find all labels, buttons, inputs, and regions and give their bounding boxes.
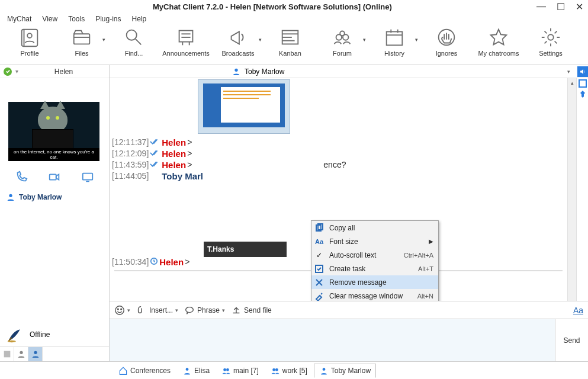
tool-label: My chatrooms	[478, 50, 519, 57]
message-row[interactable]: [12:12:09] Helen>	[112, 149, 565, 159]
tool-broadcasts[interactable]: ▾ Broadcasts	[212, 26, 264, 57]
emoji-button[interactable]: ▾	[114, 305, 130, 316]
star-icon	[487, 26, 510, 49]
bottom-tab-bar: Conferences Elisa main [7] work [5] Toby…	[0, 361, 588, 379]
video-icon[interactable]	[48, 171, 61, 185]
left-tab-2[interactable]	[14, 347, 28, 361]
chat-log: [12:11:37] Helen> [12:12:09] Helen> [11:…	[110, 78, 567, 301]
chat-header-dropdown[interactable]: ▾	[567, 69, 574, 75]
send-button[interactable]: Send	[555, 319, 588, 361]
svg-rect-32	[4, 351, 10, 357]
svg-point-46	[117, 309, 118, 310]
kanban-icon	[279, 26, 301, 49]
tool-settings[interactable]: Settings	[525, 26, 577, 57]
left-tab-1[interactable]	[0, 347, 14, 361]
ctx-label: Remove message	[329, 278, 433, 287]
minimize-button[interactable]: ―	[536, 1, 546, 12]
compose-toolbar: ▾ Insert...▾ Phrase▾ Send file Aa	[110, 301, 588, 319]
message-row[interactable]: [11:44:05] Toby Marl	[112, 171, 565, 181]
scrollbar[interactable]: ▴	[567, 78, 576, 301]
read-tick-icon	[150, 160, 160, 168]
contact-name: Toby Marlow	[19, 193, 62, 201]
menu-plugins[interactable]: Plug-ins	[92, 14, 124, 24]
call-icon[interactable]	[15, 171, 28, 185]
ctx-shortcut: Alt+T	[418, 265, 433, 272]
rail-pin-icon[interactable]	[577, 90, 588, 98]
tool-files[interactable]: ▾ Files	[56, 26, 108, 57]
screen-icon[interactable]	[81, 171, 94, 185]
message-row[interactable]: [12:11:37] Helen>	[112, 137, 565, 147]
phrase-button[interactable]: Phrase▾	[184, 305, 225, 316]
svg-rect-44	[579, 80, 586, 87]
message-input[interactable]	[110, 319, 555, 361]
avatar-image[interactable]: on the Internet, no one knows you're a c…	[8, 102, 99, 161]
ctx-label: Create task	[329, 265, 413, 273]
insert-button[interactable]: Insert...▾	[136, 305, 178, 316]
tool-history[interactable]: ▾ History	[368, 26, 420, 57]
svg-point-18	[340, 31, 345, 36]
tool-label: Broadcasts	[221, 50, 254, 57]
menu-view[interactable]: View	[38, 14, 61, 24]
tool-announcements[interactable]: Announcements	[160, 26, 212, 57]
left-tab-3[interactable]	[28, 347, 43, 361]
svg-point-49	[186, 368, 189, 371]
close-button[interactable]: ✕	[576, 1, 583, 12]
svg-rect-7	[179, 31, 193, 42]
svg-point-51	[226, 368, 229, 371]
window-title: MyChat Client 7.2.0 - Helen [Network Sof…	[153, 2, 392, 11]
message-row[interactable]: [11:43:59] Helen> ence?	[112, 160, 565, 170]
check-icon: ✓	[314, 251, 324, 259]
ctx-remove-message[interactable]: Remove message	[311, 275, 438, 289]
tab-elisa[interactable]: Elisa	[177, 364, 215, 378]
window-controls: ― ☐ ✕	[536, 1, 583, 12]
speaker-icon[interactable]	[577, 66, 588, 77]
forum-icon	[331, 26, 354, 49]
tab-work[interactable]: work [5]	[265, 364, 313, 378]
svg-point-47	[121, 309, 122, 310]
ctx-autoscroll[interactable]: ✓ Auto-scroll text Ctrl+Alt+A	[311, 248, 438, 262]
menu-tools[interactable]: Tools	[65, 14, 88, 24]
tool-forum[interactable]: ▾ Forum	[316, 26, 368, 57]
tool-chatrooms[interactable]: My chatrooms	[473, 26, 525, 57]
dropdown-icon[interactable]: ▾	[259, 37, 262, 43]
ctx-clear-window[interactable]: Clear message window Alt+N	[311, 289, 438, 301]
tab-toby[interactable]: Toby Marlow	[314, 364, 376, 378]
status-offline-row[interactable]: Offline	[0, 322, 109, 346]
home-icon	[118, 366, 128, 375]
sendfile-button[interactable]: Send file	[231, 305, 272, 316]
ctx-label: Clear message window	[329, 292, 413, 300]
own-username: Helen	[22, 68, 105, 76]
dropdown-icon[interactable]: ▾	[363, 37, 366, 43]
tool-ignores[interactable]: Ignores	[420, 26, 473, 57]
status-dropdown-icon[interactable]: ▾	[15, 68, 18, 75]
pending-clock-icon	[150, 257, 158, 267]
contact-item[interactable]: Toby Marlow	[0, 189, 109, 205]
maximize-button[interactable]: ☐	[557, 1, 565, 12]
dropdown-icon[interactable]: ▾	[102, 37, 105, 43]
format-aa-button[interactable]: Aa	[573, 306, 583, 315]
image-thumbnail[interactable]	[198, 79, 290, 134]
tool-profile[interactable]: Profile	[4, 26, 56, 57]
tab-main[interactable]: main [7]	[216, 364, 264, 378]
menu-mychat[interactable]: MyChat	[4, 14, 35, 24]
ctx-create-task[interactable]: Create task Alt+T	[311, 262, 438, 275]
own-status-row[interactable]: ▾ Helen	[0, 65, 109, 78]
ctx-font-size[interactable]: Aa Font size ▶	[311, 235, 438, 248]
tab-conferences[interactable]: Conferences	[113, 364, 176, 378]
status-online-icon	[4, 68, 12, 76]
tool-kanban[interactable]: Kanban	[264, 26, 316, 57]
scroll-up-icon[interactable]: ▴	[568, 78, 576, 88]
chat-header-name: Toby Marlow	[245, 68, 284, 76]
dropdown-icon[interactable]: ▾	[415, 37, 418, 43]
timestamp: [12:11:37]	[112, 137, 149, 147]
image-thumbnail-2[interactable]: T.Hanks	[204, 242, 287, 257]
svg-rect-28	[83, 174, 93, 180]
contact-action-bar	[0, 165, 109, 189]
menu-help[interactable]: Help	[128, 14, 150, 24]
rail-square-icon[interactable]	[577, 79, 588, 88]
person-icon	[232, 67, 241, 76]
sender-name: Helen	[162, 137, 186, 147]
tool-find[interactable]: Find...	[108, 26, 160, 57]
ctx-copy-all[interactable]: Copy all	[311, 221, 438, 235]
ctx-label: Font size	[329, 237, 424, 246]
